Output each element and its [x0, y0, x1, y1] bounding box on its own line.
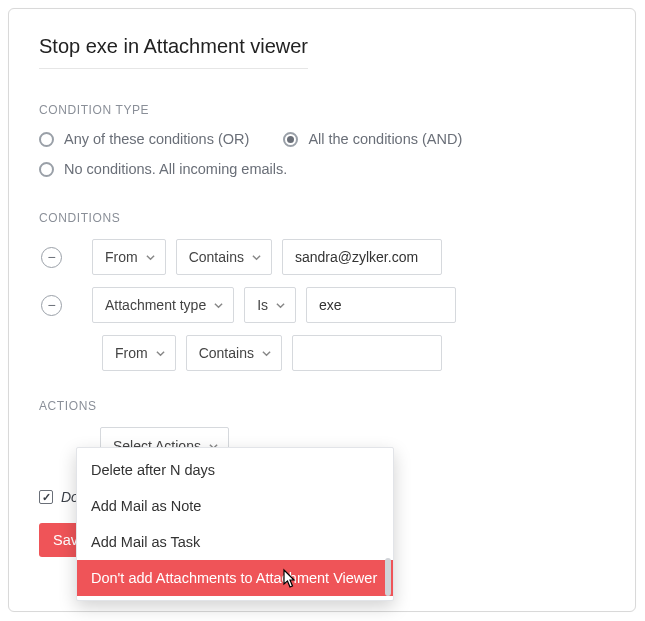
radio-row-2: No conditions. All incoming emails.	[39, 161, 605, 177]
condition-op-select[interactable]: Contains	[176, 239, 272, 275]
condition-value-field[interactable]	[319, 297, 443, 313]
remove-condition-button[interactable]	[41, 247, 62, 268]
chevron-down-icon	[146, 253, 155, 262]
actions-dropdown-menu: Delete after N days Add Mail as Note Add…	[76, 447, 394, 601]
select-value: Contains	[189, 249, 244, 265]
select-value: Is	[257, 297, 268, 313]
conditions-label: CONDITIONS	[39, 211, 605, 225]
condition-op-select[interactable]: Contains	[186, 335, 282, 371]
condition-field-select[interactable]: Attachment type	[92, 287, 234, 323]
condition-row: From Contains	[39, 335, 605, 371]
condition-row: Attachment type Is	[39, 287, 605, 323]
select-value: Contains	[199, 345, 254, 361]
condition-row: From Contains	[39, 239, 605, 275]
radio-none-label: No conditions. All incoming emails.	[64, 161, 287, 177]
select-value: Attachment type	[105, 297, 206, 313]
condition-field-select[interactable]: From	[92, 239, 166, 275]
select-value: From	[115, 345, 148, 361]
condition-value-input[interactable]	[292, 335, 442, 371]
actions-label: ACTIONS	[39, 399, 605, 413]
spacer	[39, 427, 70, 465]
dropdown-item[interactable]: Delete after N days	[77, 452, 393, 488]
condition-value-input[interactable]	[306, 287, 456, 323]
radio-icon	[39, 162, 54, 177]
chevron-down-icon	[214, 301, 223, 310]
radio-any[interactable]: Any of these conditions (OR)	[39, 131, 249, 147]
dropdown-item[interactable]: Add Mail as Note	[77, 488, 393, 524]
condition-value-field[interactable]	[305, 345, 429, 361]
radio-all[interactable]: All the conditions (AND)	[283, 131, 462, 147]
dropdown-item[interactable]: Don't add Attachments to Attachment View…	[77, 560, 393, 596]
radio-none[interactable]: No conditions. All incoming emails.	[39, 161, 287, 177]
chevron-down-icon	[262, 349, 271, 358]
radio-icon	[39, 132, 54, 147]
condition-type-label: CONDITION TYPE	[39, 103, 605, 117]
scrollbar[interactable]	[385, 558, 391, 596]
page-title: Stop exe in Attachment viewer	[39, 35, 308, 69]
condition-op-select[interactable]: Is	[244, 287, 296, 323]
checkbox-icon	[39, 490, 53, 504]
chevron-down-icon	[252, 253, 261, 262]
condition-value-field[interactable]	[295, 249, 429, 265]
radio-any-label: Any of these conditions (OR)	[64, 131, 249, 147]
condition-value-input[interactable]	[282, 239, 442, 275]
chevron-down-icon	[156, 349, 165, 358]
dropdown-item[interactable]: Add Mail as Task	[77, 524, 393, 560]
radio-all-label: All the conditions (AND)	[308, 131, 462, 147]
chevron-down-icon	[276, 301, 285, 310]
condition-field-select[interactable]: From	[102, 335, 176, 371]
radio-row-1: Any of these conditions (OR) All the con…	[39, 131, 605, 147]
radio-icon	[283, 132, 298, 147]
remove-condition-button[interactable]	[41, 295, 62, 316]
select-value: From	[105, 249, 138, 265]
